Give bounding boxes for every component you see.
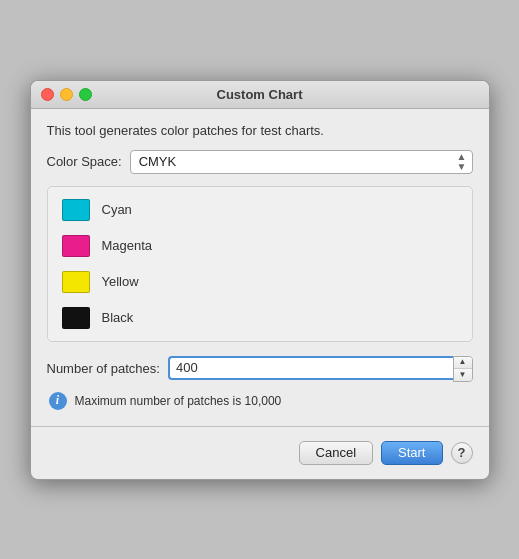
maximize-button[interactable] bbox=[79, 88, 92, 101]
patches-label: Number of patches: bbox=[47, 361, 160, 376]
help-button[interactable]: ? bbox=[451, 442, 473, 464]
window-title: Custom Chart bbox=[217, 87, 303, 102]
patches-input-wrapper: ▲ ▼ bbox=[168, 356, 473, 382]
yellow-swatch bbox=[62, 271, 90, 293]
window-controls bbox=[41, 88, 92, 101]
channels-box: Cyan Magenta Yellow Black bbox=[47, 186, 473, 342]
divider bbox=[31, 426, 489, 427]
titlebar: Custom Chart bbox=[31, 81, 489, 109]
close-button[interactable] bbox=[41, 88, 54, 101]
description-text: This tool generates color patches for te… bbox=[47, 123, 473, 138]
color-space-label: Color Space: bbox=[47, 154, 122, 169]
patches-row: Number of patches: ▲ ▼ bbox=[47, 356, 473, 382]
info-text: Maximum number of patches is 10,000 bbox=[75, 394, 282, 408]
stepper-down-button[interactable]: ▼ bbox=[454, 369, 472, 381]
channel-item-cyan: Cyan bbox=[62, 199, 458, 221]
color-space-row: Color Space: CMYK RGB Lab Grayscale ▲ ▼ bbox=[47, 150, 473, 174]
button-row: Cancel Start ? bbox=[47, 439, 473, 465]
magenta-swatch bbox=[62, 235, 90, 257]
cancel-button[interactable]: Cancel bbox=[299, 441, 373, 465]
minimize-button[interactable] bbox=[60, 88, 73, 101]
custom-chart-window: Custom Chart This tool generates color p… bbox=[30, 80, 490, 480]
channel-item-black: Black bbox=[62, 307, 458, 329]
yellow-label: Yellow bbox=[102, 274, 139, 289]
patches-input[interactable] bbox=[168, 356, 453, 380]
channel-item-yellow: Yellow bbox=[62, 271, 458, 293]
window-content: This tool generates color patches for te… bbox=[31, 109, 489, 479]
black-label: Black bbox=[102, 310, 134, 325]
cyan-label: Cyan bbox=[102, 202, 132, 217]
channel-item-magenta: Magenta bbox=[62, 235, 458, 257]
info-icon: i bbox=[49, 392, 67, 410]
color-space-select-wrapper: CMYK RGB Lab Grayscale ▲ ▼ bbox=[130, 150, 473, 174]
start-button[interactable]: Start bbox=[381, 441, 442, 465]
patches-stepper: ▲ ▼ bbox=[453, 356, 473, 382]
cyan-swatch bbox=[62, 199, 90, 221]
stepper-up-button[interactable]: ▲ bbox=[454, 357, 472, 369]
color-space-select[interactable]: CMYK RGB Lab Grayscale bbox=[130, 150, 473, 174]
info-row: i Maximum number of patches is 10,000 bbox=[47, 392, 473, 410]
magenta-label: Magenta bbox=[102, 238, 153, 253]
black-swatch bbox=[62, 307, 90, 329]
